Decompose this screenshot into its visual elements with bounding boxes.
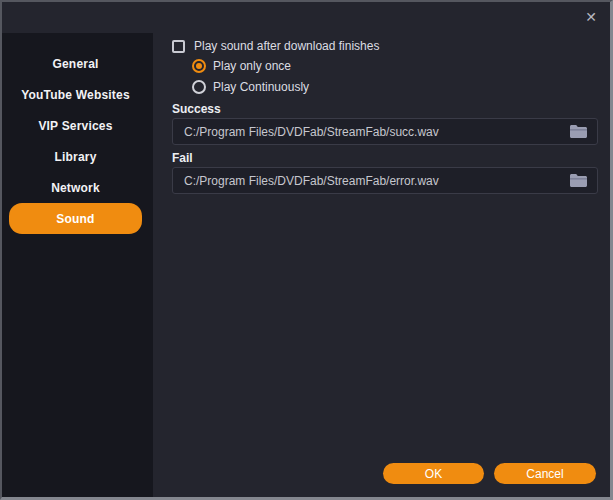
close-button[interactable]: ✕ [580,6,602,28]
sidebar-item-general[interactable]: General [9,48,142,79]
success-path-input[interactable]: C:/Program Files/DVDFab/StreamFab/succ.w… [172,118,598,145]
success-browse-button[interactable] [569,125,587,139]
folder-icon [570,125,587,138]
sidebar-item-sound[interactable]: Sound [9,203,142,234]
play-continuously-radio-label: Play Continuously [213,80,309,94]
ok-button[interactable]: OK [383,463,484,484]
success-path-value[interactable]: C:/Program Files/DVDFab/StreamFab/succ.w… [184,125,569,139]
fail-field-label: Fail [172,151,193,165]
sound-settings-panel: Play sound after download finishes Play … [153,33,610,497]
play-once-radio-label: Play only once [213,59,291,73]
fail-browse-button[interactable] [569,174,587,188]
settings-dialog: ✕ General YouTube Websites VIP Services … [0,0,613,500]
settings-window: ✕ General YouTube Websites VIP Services … [2,2,610,497]
play-continuously-radio-row[interactable]: Play Continuously [192,80,309,94]
folder-icon [570,174,587,187]
sidebar-item-youtube-websites[interactable]: YouTube Websites [9,79,142,110]
sidebar-item-library[interactable]: Library [9,141,142,172]
cancel-button[interactable]: Cancel [494,463,596,484]
close-icon: ✕ [585,10,597,24]
sidebar-item-network[interactable]: Network [9,172,142,203]
play-once-radio-row[interactable]: Play only once [192,59,291,73]
radio-selected-icon[interactable] [192,59,206,73]
titlebar: ✕ [2,2,610,33]
play-sound-checkbox-row[interactable]: Play sound after download finishes [172,39,379,53]
checkbox-icon[interactable] [172,40,185,53]
success-field-label: Success [172,102,221,116]
radio-unselected-icon[interactable] [192,80,206,94]
fail-path-input[interactable]: C:/Program Files/DVDFab/StreamFab/error.… [172,167,598,194]
play-sound-checkbox-label: Play sound after download finishes [194,39,379,53]
sidebar: General YouTube Websites VIP Services Li… [2,33,153,497]
sidebar-item-vip-services[interactable]: VIP Services [9,110,142,141]
fail-path-value[interactable]: C:/Program Files/DVDFab/StreamFab/error.… [184,174,569,188]
